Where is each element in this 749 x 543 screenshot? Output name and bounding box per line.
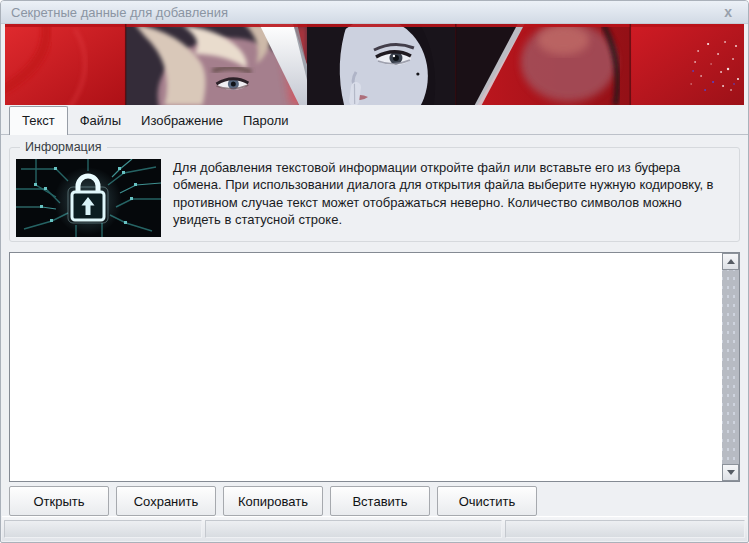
banner-artwork [5, 24, 744, 105]
button-row: Открыть Сохранить Копировать Вставить Оч… [9, 486, 740, 516]
scrollbar-track[interactable] [722, 270, 739, 464]
info-text: Для добавления текстовой информации откр… [173, 158, 731, 235]
status-panel-2 [205, 520, 502, 538]
tab-page-text: Информация [1, 135, 748, 516]
dialog-window: Секретные данные для добавления x [0, 0, 749, 543]
vertical-scrollbar[interactable] [722, 253, 739, 481]
text-input[interactable] [10, 253, 722, 481]
triangle-down-icon [727, 470, 735, 475]
close-icon[interactable]: x [718, 5, 738, 19]
window-title: Секретные данные для добавления [11, 5, 228, 20]
lock-circuit-image [16, 159, 161, 237]
scroll-down-button[interactable] [722, 464, 739, 481]
text-editor-frame [9, 252, 740, 482]
tab-strip: Текст Файлы Изображение Пароли [1, 105, 748, 135]
status-panel-1 [4, 520, 202, 538]
copy-button[interactable]: Копировать [223, 486, 323, 516]
tab-image[interactable]: Изображение [131, 109, 233, 134]
tab-text[interactable]: Текст [9, 106, 68, 135]
tab-files[interactable]: Файлы [70, 109, 131, 134]
status-bar [2, 516, 747, 541]
open-button[interactable]: Открыть [9, 486, 109, 516]
info-groupbox: Информация [9, 147, 740, 242]
scroll-up-button[interactable] [722, 253, 739, 270]
paste-button[interactable]: Вставить [330, 486, 430, 516]
title-bar[interactable]: Секретные данные для добавления x [1, 1, 748, 24]
tab-passwords[interactable]: Пароли [233, 109, 299, 134]
clear-button[interactable]: Очистить [437, 486, 537, 516]
save-button[interactable]: Сохранить [116, 486, 216, 516]
status-panel-3 [505, 520, 745, 538]
groupbox-legend: Информация [20, 140, 107, 154]
triangle-up-icon [727, 259, 735, 264]
